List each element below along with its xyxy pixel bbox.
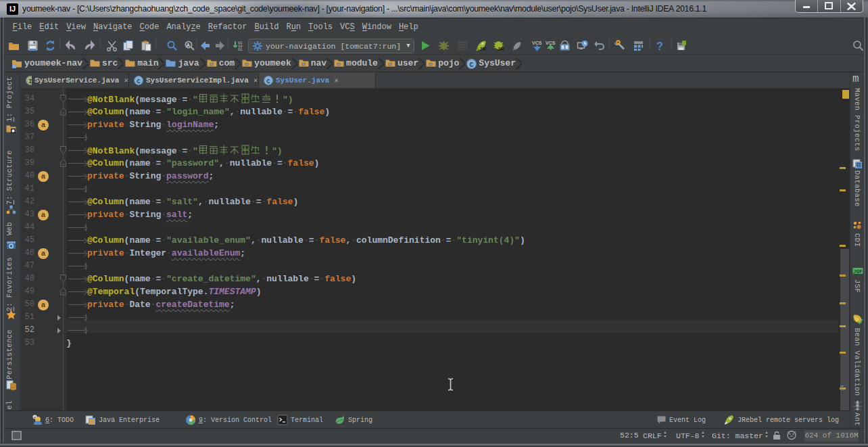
svg-text:C: C xyxy=(137,78,141,85)
svg-text:A: A xyxy=(187,42,190,48)
svg-text:C: C xyxy=(470,61,474,68)
svg-text:JR: JR xyxy=(498,46,504,52)
svg-text:I: I xyxy=(28,78,32,85)
svg-text:VCS: VCS xyxy=(532,41,542,45)
svg-text:JSF: JSF xyxy=(854,269,863,274)
svg-text:01: 01 xyxy=(238,47,243,51)
svg-text:C: C xyxy=(266,78,270,85)
svg-text:e: e xyxy=(34,415,37,420)
svg-text:?: ? xyxy=(656,41,663,51)
svg-text:JR: JR xyxy=(479,46,486,51)
